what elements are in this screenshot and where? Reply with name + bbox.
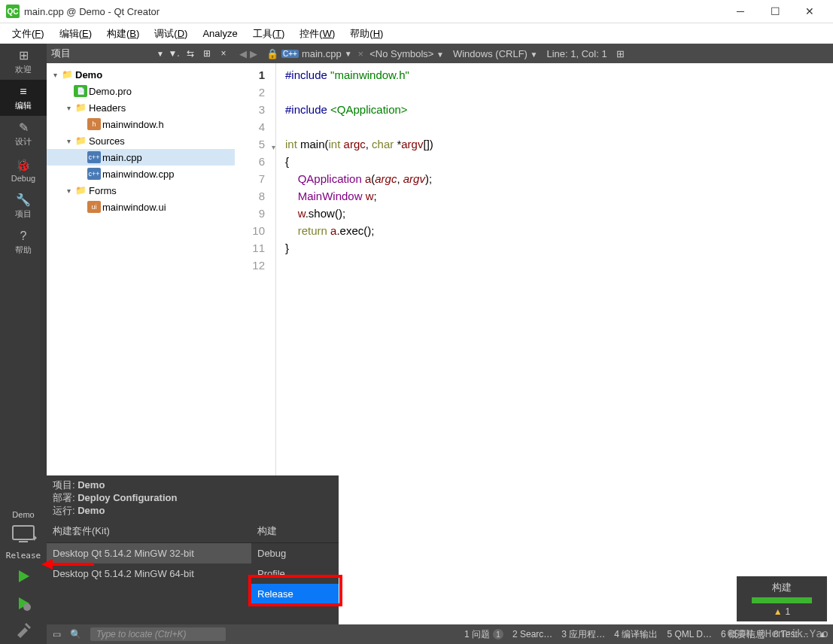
locator-input[interactable]: Type to locate (Ctrl+K)	[90, 627, 226, 641]
grid-icon: ⊞	[19, 48, 29, 62]
lock-icon: 🔒	[266, 48, 278, 59]
menu-bar: 文件(F) 编辑(E) 构建(B) 调试(D) Analyze 工具(T) 控件…	[0, 23, 833, 44]
pro-icon: 📄	[74, 85, 87, 97]
editor-toolbar: ◀ ▶ 🔒 C++ main.cpp ▼ × <No Symbols> ▼ Wi…	[235, 44, 833, 63]
encoding-dropdown[interactable]: Windows (CRLF) ▼	[448, 48, 543, 59]
build-header: 构建	[251, 520, 339, 543]
tree-item-mainwindow-ui[interactable]: uimainwindow.ui	[47, 199, 235, 215]
sync-icon[interactable]: ⇆	[184, 48, 197, 59]
split-editor-icon[interactable]: ⊞	[612, 48, 629, 59]
tree-item-main-cpp[interactable]: c++main.cpp	[47, 149, 235, 166]
ui-icon: ui	[87, 201, 101, 213]
nav-back-icon[interactable]: ◀	[239, 48, 247, 59]
search-icon[interactable]: 🔍	[70, 629, 81, 639]
nav-forward-icon[interactable]: ▶	[250, 48, 257, 59]
mode-project[interactable]: 🔧项目	[0, 188, 47, 224]
status-appoutput[interactable]: 3 应用程…	[561, 628, 605, 641]
build-option-release[interactable]: Release	[251, 584, 339, 604]
symbols-dropdown[interactable]: <No Symbols> ▼	[365, 48, 448, 59]
project-tree-title: 项目	[51, 47, 154, 60]
status-compile[interactable]: 4 编译输出	[614, 628, 658, 641]
svg-marker-2	[34, 535, 37, 541]
target-selector[interactable]	[0, 522, 47, 548]
status-search[interactable]: 2 Searc…	[512, 629, 552, 639]
mode-welcome[interactable]: ⊞欢迎	[0, 44, 47, 80]
cursor-position: Line: 1, Col: 1	[542, 48, 611, 59]
monitor-icon	[10, 524, 37, 545]
qt-logo-icon: QC	[6, 5, 20, 18]
maximize-button[interactable]: ☐	[758, 0, 792, 23]
status-issues[interactable]: 1 问题1	[464, 628, 503, 641]
tree-item-sources[interactable]: ▾📁Sources	[47, 132, 235, 149]
svg-marker-3	[19, 570, 29, 582]
minimize-button[interactable]: ─	[723, 0, 758, 23]
bug-icon: 🐞	[16, 158, 31, 172]
play-debug-icon	[14, 594, 32, 612]
mode-sidebar: ⊞欢迎 ≡编辑 ✎设计 🐞Debug 🔧项目 ?帮助 Demo Release	[0, 44, 47, 644]
kit-option-64bit[interactable]: Desktop Qt 5.14.2 MinGW 64-bit	[47, 564, 251, 584]
kit-empty-row	[47, 584, 251, 604]
warning-count: 1	[786, 606, 791, 617]
window-title: main.cpp @ Demo - Qt Creator	[24, 6, 160, 17]
mode-debug[interactable]: 🐞Debug	[0, 152, 47, 188]
build-empty-row	[251, 604, 339, 624]
svg-point-5	[23, 603, 31, 611]
svg-rect-1	[19, 541, 28, 542]
mode-help[interactable]: ?帮助	[0, 224, 47, 260]
dropdown-icon[interactable]: ▼	[157, 50, 164, 58]
tree-item-demo-pro[interactable]: 📄Demo.pro	[47, 83, 235, 99]
close-panel-icon[interactable]: ×	[217, 48, 230, 59]
kit-header: 构建套件(Kit)	[47, 520, 251, 543]
menu-tools[interactable]: 工具(T)	[247, 26, 291, 42]
mode-design[interactable]: ✎设计	[0, 116, 47, 152]
pencil-icon: ✎	[19, 120, 29, 135]
run-debug-button[interactable]	[0, 590, 47, 617]
filter-icon[interactable]: ▼.	[167, 48, 181, 59]
mode-edit[interactable]: ≡编辑	[0, 80, 47, 116]
build-button[interactable]	[0, 617, 47, 644]
tree-item-demo[interactable]: ▾📁Demo	[47, 66, 235, 83]
cpp-icon: c++	[87, 151, 101, 163]
tree-item-forms[interactable]: ▾📁Forms	[47, 182, 235, 199]
build-progress-indicator[interactable]: 构建 ▲1	[737, 576, 827, 621]
popup-info: 项目: Demo 部署: Deploy Configuration 运行: De…	[47, 475, 339, 520]
kit-build-popup: 项目: Demo 部署: Deploy Configuration 运行: De…	[47, 475, 339, 624]
close-button[interactable]: ✕	[792, 0, 827, 23]
warning-icon: ▲	[774, 606, 783, 617]
list-icon: ≡	[20, 85, 26, 99]
split-icon[interactable]: ⊞	[200, 48, 214, 59]
wrench-icon: 🔧	[16, 193, 31, 207]
watermark: CSDN @Henrik-Yao	[727, 627, 828, 639]
tree-item-headers[interactable]: ▾📁Headers	[47, 99, 235, 116]
menu-build[interactable]: 构建(B)	[101, 26, 145, 42]
kit-empty-row	[47, 604, 251, 624]
editor-file-name[interactable]: main.cpp	[302, 48, 342, 59]
subfolder-icon: 📁	[74, 184, 87, 196]
status-qml[interactable]: 5 QML D…	[667, 629, 712, 639]
menu-widgets[interactable]: 控件(W)	[293, 26, 341, 42]
progress-bar	[752, 597, 812, 603]
question-icon: ?	[20, 229, 27, 243]
subfolder-icon: 📁	[74, 135, 87, 147]
file-dropdown-icon[interactable]: ▼	[345, 50, 352, 58]
kit-option-32bit[interactable]: Desktop Qt 5.14.2 MinGW 32-bit	[47, 543, 251, 564]
hammer-icon	[14, 621, 32, 639]
menu-edit[interactable]: 编辑(E)	[53, 26, 98, 42]
tree-item-mainwindow-cpp[interactable]: c++mainwindow.cpp	[47, 166, 235, 182]
folder-icon: 📁	[60, 68, 74, 80]
subfolder-icon: 📁	[74, 102, 87, 114]
menu-help[interactable]: 帮助(H)	[344, 26, 389, 42]
project-tree-header: 项目 ▼ ▼. ⇆ ⊞ ×	[47, 44, 235, 63]
run-button[interactable]	[0, 563, 47, 590]
menu-file[interactable]: 文件(F)	[6, 26, 50, 42]
build-option-profile[interactable]: Profile	[251, 564, 339, 584]
menu-analyze[interactable]: Analyze	[196, 26, 243, 41]
menu-debug[interactable]: 调试(D)	[148, 26, 193, 42]
cpp-icon: c++	[87, 168, 101, 180]
tree-item-mainwindow-h[interactable]: hmainwindow.h	[47, 116, 235, 132]
h-icon: h	[87, 118, 101, 130]
output-pane-toggle-icon[interactable]: ▭	[53, 629, 61, 639]
status-bar: ▭ 🔍 Type to locate (Ctrl+K) 1 问题1 2 Sear…	[47, 624, 833, 644]
svg-rect-0	[13, 526, 34, 539]
build-option-debug[interactable]: Debug	[251, 543, 339, 564]
